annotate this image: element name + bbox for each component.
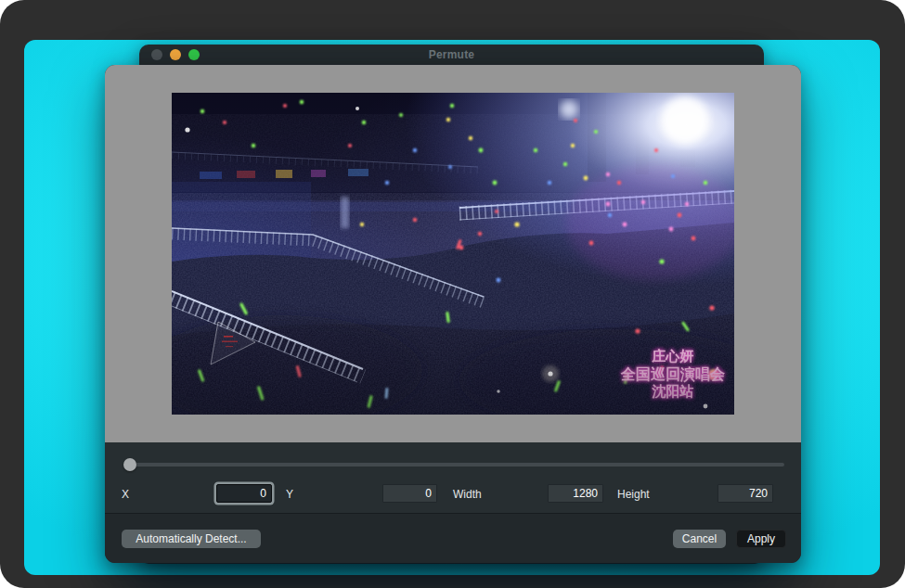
crop-dialog: 庄心妍 全国巡回演唱会 沈阳站 X Y Width Height Automat… [105,65,801,563]
automatically-detect-button[interactable]: Automatically Detect... [122,530,261,548]
apply-button[interactable]: Apply [736,530,786,548]
y-label: Y [286,488,293,501]
x-label: X [122,488,129,501]
outer-frame: Permute [0,0,905,588]
video-preview[interactable]: 庄心妍 全国巡回演唱会 沈阳站 [172,93,734,415]
title-bar: Permute [139,45,764,65]
width-label: Width [453,488,482,501]
x-input[interactable] [216,484,272,503]
video-frame-graphic: 庄心妍 全国巡回演唱会 沈阳站 [172,93,734,415]
preview-area: 庄心妍 全国巡回演唱会 沈阳站 [105,65,801,442]
crop-slider-track[interactable] [123,463,784,467]
cancel-button[interactable]: Cancel [673,530,726,548]
window-title: Permute [139,48,764,61]
y-input[interactable] [382,484,437,503]
height-label: Height [617,488,650,501]
width-input[interactable] [548,484,603,503]
crop-slider-thumb[interactable] [123,458,136,471]
footer-bar: Automatically Detect... Cancel Apply [105,514,801,563]
height-input[interactable] [718,484,773,503]
